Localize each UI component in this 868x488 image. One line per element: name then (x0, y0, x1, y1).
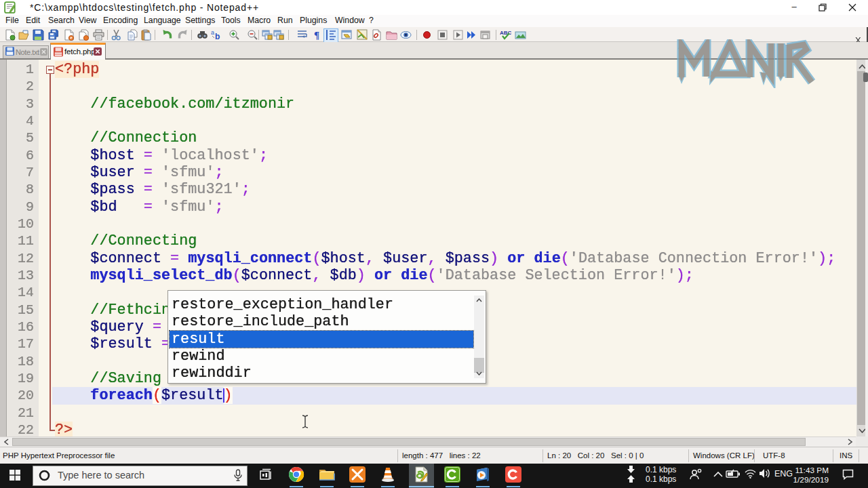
svg-text:b: b (215, 32, 220, 41)
svg-text:¶: ¶ (314, 30, 319, 41)
svg-text:ABC: ABC (500, 30, 511, 36)
svg-text:a: a (211, 29, 214, 36)
